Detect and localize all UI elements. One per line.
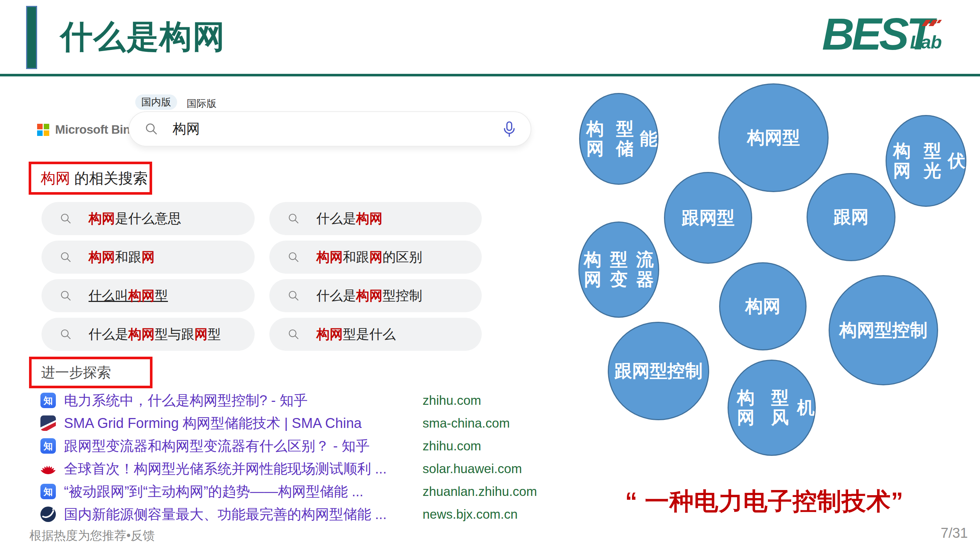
suggestion-pill-2[interactable]: 什么是构网 — [269, 202, 482, 235]
search-icon — [60, 290, 72, 302]
result-link[interactable]: 跟网型变流器和构网型变流器有什么区别？ - 知乎 — [64, 437, 370, 456]
result-link[interactable]: 国内新能源侧容量最大、功能最完善的构网型储能 ... — [64, 505, 387, 524]
bubble-构网型储能: 构网型储能 — [579, 93, 659, 185]
explore-further-label: 进一步探索 — [32, 363, 111, 382]
bubble-构网: 构网 — [719, 262, 807, 351]
result-domain: zhihu.com — [423, 438, 481, 453]
definition-quote: “ 一种电力电子控制技术” — [610, 485, 919, 518]
tab-international[interactable]: 国际版 — [187, 97, 216, 110]
header-divider — [0, 74, 980, 76]
suggestion-text: 什么是构网 — [317, 210, 382, 228]
result-link[interactable]: 全球首次！构网型光储系统并网性能现场测试顺利 ... — [64, 459, 387, 478]
zhihu-favicon: 知 — [40, 438, 56, 454]
related-search-suggestions: 构网是什么意思什么是构网构网和跟网构网和跟网的区别什么叫构网型什么是构网型控制什… — [41, 202, 482, 351]
suggestion-text: 什么是构网型控制 — [317, 287, 422, 305]
related-search-header: 构网 的相关搜索 — [31, 168, 148, 189]
result-link[interactable]: SMA Grid Forming 构网型储能技术 | SMA China — [64, 414, 361, 433]
bubble-构网型变流器: 构网型变流器 — [578, 221, 659, 318]
search-results-list: 知电力系统中，什么是构网型控制? - 知乎zhihu.comSMA Grid F… — [40, 389, 614, 526]
result-row-1: 知电力系统中，什么是构网型控制? - 知乎zhihu.com — [40, 389, 614, 412]
suggestion-text: 什么是构网型与跟网型 — [89, 326, 221, 343]
result-link[interactable]: “被动跟网”到“主动构网”的趋势——构网型储能 ... — [64, 482, 363, 501]
best-lab-logo: BEST Lab — [822, 12, 942, 57]
search-bar[interactable]: 构网 — [129, 111, 531, 146]
bing-logo: Microsoft Bing — [37, 123, 137, 137]
suggestion-pill-3[interactable]: 构网和跟网 — [41, 241, 255, 274]
result-row-6: 国内新能源侧容量最大、功能最完善的构网型储能 ...news.bjx.com.c… — [40, 503, 614, 526]
title-accent-bar — [26, 6, 37, 69]
result-row-4: 全球首次！构网型光储系统并网性能现场测试顺利 ...solar.huawei.c… — [40, 457, 614, 480]
suggestion-pill-6[interactable]: 什么是构网型控制 — [269, 279, 482, 312]
microsoft-squares-icon — [37, 124, 49, 136]
zhihu-favicon: 知 — [40, 393, 56, 408]
search-icon — [288, 213, 299, 224]
bing-brand-text: Microsoft Bing — [55, 123, 137, 137]
microphone-icon[interactable] — [502, 121, 517, 138]
search-icon — [145, 122, 158, 135]
suggestion-text: 什么叫构网型 — [89, 287, 168, 305]
suggestion-pill-8[interactable]: 构网型是什么 — [269, 318, 482, 351]
result-domain: zhuanlan.zhihu.com — [423, 484, 537, 499]
page-number: 7/31 — [941, 525, 968, 541]
page-title: 什么是构网 — [60, 21, 226, 53]
result-domain: sma-china.com — [423, 416, 510, 430]
bubble-构网型光伏: 构网型光伏 — [886, 115, 966, 207]
bubble-构网型: 构网型 — [718, 83, 829, 192]
huawei-favicon — [40, 461, 56, 476]
search-icon — [288, 329, 299, 340]
bubble-跟网型控制: 跟网型控制 — [608, 322, 709, 420]
suggestion-pill-7[interactable]: 什么是构网型与跟网型 — [41, 318, 255, 351]
suggestion-text: 构网型是什么 — [317, 326, 396, 343]
suggestion-pill-4[interactable]: 构网和跟网的区别 — [269, 241, 482, 274]
recommendation-footer: 根据热度为您推荐•反馈 — [29, 527, 155, 544]
search-icon — [60, 251, 72, 263]
suggestion-text: 构网和跟网的区别 — [317, 248, 422, 266]
suggestion-pill-5[interactable]: 什么叫构网型 — [41, 279, 255, 312]
result-link[interactable]: 电力系统中，什么是构网型控制? - 知乎 — [64, 391, 307, 410]
search-icon — [288, 290, 299, 302]
sma-favicon — [40, 416, 56, 431]
search-icon — [60, 213, 72, 224]
bubble-构网型控制: 构网型控制 — [829, 275, 938, 385]
suggestion-pill-1[interactable]: 构网是什么意思 — [41, 202, 255, 235]
bubble-跟网型: 跟网型 — [664, 172, 752, 264]
logo-slashes-icon — [924, 20, 941, 26]
explore-further-box: 进一步探索 — [29, 357, 153, 388]
suggestion-text: 构网是什么意思 — [89, 210, 181, 228]
search-query[interactable]: 构网 — [173, 120, 200, 138]
search-icon — [288, 251, 299, 263]
bubble-构网型风机: 构网型风机 — [727, 360, 816, 456]
search-icon — [60, 329, 72, 340]
logo-lab-text: Lab — [910, 32, 942, 53]
suggestion-text: 构网和跟网 — [89, 248, 155, 266]
bubble-跟网: 跟网 — [807, 173, 896, 261]
result-domain: solar.huawei.com — [423, 461, 522, 476]
related-search-header-box: 构网 的相关搜索 — [29, 162, 152, 195]
bjx-favicon — [40, 507, 56, 522]
result-row-2: SMA Grid Forming 构网型储能技术 | SMA Chinasma-… — [40, 412, 614, 435]
slide: 什么是构网 BEST Lab 国内版 国际版 Microsoft Bing 构网… — [0, 0, 980, 551]
result-row-3: 知跟网型变流器和构网型变流器有什么区别？ - 知乎zhihu.com — [40, 435, 614, 457]
zhihu-favicon: 知 — [40, 484, 56, 499]
tab-domestic[interactable]: 国内版 — [135, 94, 177, 110]
result-row-5: 知“被动跟网”到“主动构网”的趋势——构网型储能 ...zhuanlan.zhi… — [40, 480, 614, 503]
result-domain: zhihu.com — [423, 393, 481, 408]
result-domain: news.bjx.com.cn — [423, 507, 518, 522]
